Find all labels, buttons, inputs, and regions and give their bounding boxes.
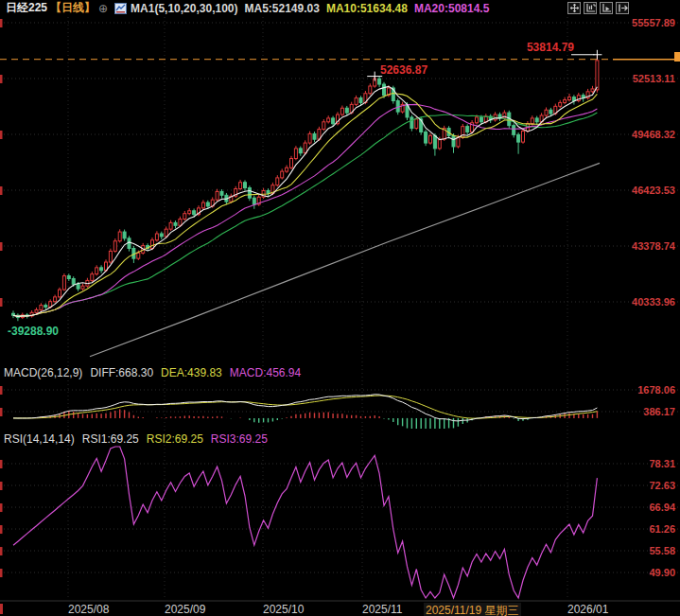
chart-header: 日经225 【日线】 ⊕ MA1(5,10,20,30,100) MA5:521…: [0, 0, 680, 16]
chart-canvas[interactable]: [0, 0, 680, 616]
macd-diff-readout: DIFF:668.30: [90, 366, 153, 379]
ma10-readout: MA10:51634.48: [326, 2, 408, 15]
macd-pane-header: MACD(26,12,9) DIFF:668.30 DEA:439.83 MAC…: [4, 366, 301, 379]
add-indicator-icon[interactable]: ⊕: [98, 2, 108, 15]
mini-chart-icon: [114, 3, 127, 14]
ma-settings-label[interactable]: MA1(5,10,20,30,100): [131, 2, 237, 15]
rsi-title[interactable]: RSI(14,14,14): [4, 432, 75, 446]
ma20-readout: MA20:50814.5: [414, 2, 489, 15]
rsi2-readout: RSI2:69.25: [147, 432, 203, 446]
expand-right-icon[interactable]: [616, 2, 629, 14]
rsi1-readout: RSI1:69.25: [82, 432, 139, 446]
macd-title[interactable]: MACD(26,12,9): [4, 366, 82, 379]
rsi-pane-header: RSI(14,14,14) RSI1:69.25 RSI2:69.25 RSI3…: [4, 432, 268, 446]
symbol-name: 日经225: [6, 0, 47, 16]
axis-corner-mark: [0, 604, 3, 614]
axis-right-icon[interactable]: [600, 2, 613, 14]
ma5-readout: MA5:52149.03: [245, 2, 320, 15]
chart-toolbar: [567, 2, 680, 14]
macd-dea-readout: DEA:439.83: [161, 366, 222, 379]
resistance-edge-tag: [674, 52, 680, 62]
stock-chart-app: 55557.8952513.1149468.3246423.5343378.74…: [0, 0, 680, 616]
rsi3-readout: RSI3:69.25: [211, 432, 268, 446]
axis-left-icon[interactable]: [584, 2, 597, 14]
period-selector[interactable]: 【日线】: [50, 0, 96, 16]
pan-icon[interactable]: [567, 2, 581, 14]
macd-macd-readout: MACD:456.94: [230, 366, 301, 379]
